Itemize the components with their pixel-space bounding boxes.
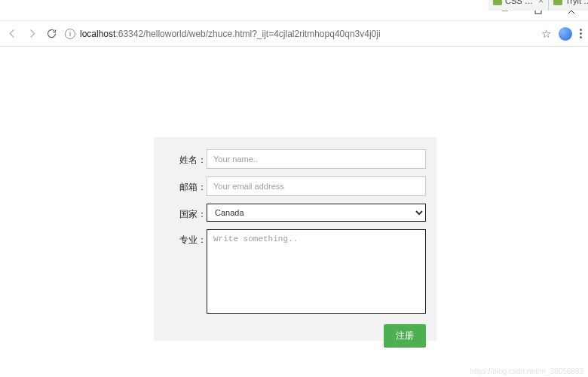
profile-avatar[interactable] — [559, 27, 572, 41]
browser-tabs: CSS Forms× Tryit Editor v× Google 翻译× 写文… — [488, 0, 588, 11]
country-label: 国家： — [164, 204, 207, 221]
menu-icon[interactable] — [580, 29, 582, 38]
tab-tryit[interactable]: Tryit Editor v× — [549, 0, 588, 11]
bookmark-icon[interactable]: ☆ — [541, 27, 551, 41]
page-content: 姓名： 邮箱： 国家： Canada 专业： 注册 https://blog.c… — [0, 47, 588, 377]
country-select[interactable]: Canada — [207, 204, 426, 222]
major-textarea[interactable] — [207, 229, 426, 314]
form-card: 姓名： 邮箱： 国家： Canada 专业： 注册 — [154, 137, 436, 341]
name-label: 姓名： — [164, 149, 207, 167]
major-label: 专业： — [164, 229, 207, 247]
back-button[interactable] — [6, 28, 18, 40]
reload-button[interactable] — [45, 28, 57, 40]
url-field[interactable]: i localhost:63342/helloworld/web/zhuce.h… — [65, 29, 534, 39]
window-titlebar: CSS Forms× Tryit Editor v× Google 翻译× 写文… — [0, 0, 588, 21]
close-icon[interactable]: × — [538, 0, 544, 5]
email-input[interactable] — [207, 176, 426, 196]
address-bar: i localhost:63342/helloworld/web/zhuce.h… — [0, 21, 588, 47]
forward-button[interactable] — [26, 28, 38, 40]
watermark: https://blog.csdn.net/m_38056893 — [470, 367, 583, 375]
tab-css-forms[interactable]: CSS Forms× — [488, 0, 549, 11]
email-label: 邮箱： — [164, 176, 207, 194]
name-input[interactable] — [207, 149, 426, 169]
url-path: :63342/helloworld/web/zhuce.html?_ijt=4c… — [115, 29, 380, 39]
site-info-icon[interactable]: i — [65, 29, 75, 39]
submit-button[interactable]: 注册 — [384, 324, 426, 348]
url-host: localhost — [80, 29, 115, 39]
